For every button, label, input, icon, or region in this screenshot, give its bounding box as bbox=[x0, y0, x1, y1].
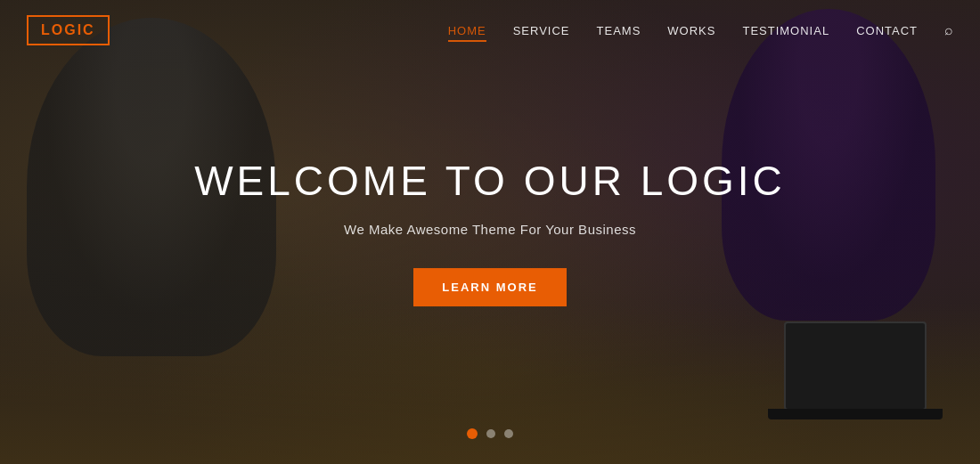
hero-content: WELCOME TO OUR LOGIC We Make Awesome The… bbox=[178, 158, 802, 307]
nav-item-home[interactable]: HOME bbox=[448, 22, 486, 38]
laptop-image bbox=[784, 322, 927, 411]
slider-dot-2[interactable] bbox=[486, 429, 495, 438]
nav-item-works[interactable]: WORKS bbox=[667, 22, 715, 38]
nav-link-service[interactable]: SERVICE bbox=[513, 24, 570, 37]
search-icon[interactable]: ⌕ bbox=[944, 22, 953, 38]
learn-more-button[interactable]: LEARN MORE bbox=[413, 268, 566, 306]
nav-link-teams[interactable]: TEAMS bbox=[597, 24, 641, 37]
slider-dot-1[interactable] bbox=[467, 428, 478, 439]
slider-dot-3[interactable] bbox=[504, 429, 513, 438]
nav-item-contact[interactable]: CONTACT bbox=[856, 22, 918, 38]
nav-item-teams[interactable]: TEAMS bbox=[597, 22, 641, 38]
hero-section: LOGIC HOME SERVICE TEAMS WORKS bbox=[0, 0, 980, 464]
logo[interactable]: LOGIC bbox=[27, 15, 110, 45]
nav-link-works[interactable]: WORKS bbox=[667, 24, 715, 37]
logo-text: LOGIC bbox=[41, 22, 95, 37]
nav-item-service[interactable]: SERVICE bbox=[513, 22, 570, 38]
hero-subtitle: We Make Awesome Theme For Your Business bbox=[178, 222, 802, 237]
navbar: LOGIC HOME SERVICE TEAMS WORKS bbox=[0, 0, 980, 60]
nav-link-home[interactable]: HOME bbox=[448, 24, 486, 42]
slider-dots bbox=[467, 428, 513, 439]
hero-title: WELCOME TO OUR LOGIC bbox=[178, 158, 802, 205]
nav-link-contact[interactable]: CONTACT bbox=[856, 24, 918, 37]
nav-item-testimonial[interactable]: TESTIMONIAL bbox=[742, 22, 829, 38]
nav-link-testimonial[interactable]: TESTIMONIAL bbox=[742, 24, 829, 37]
nav-links: HOME SERVICE TEAMS WORKS TESTIMO bbox=[448, 22, 953, 38]
